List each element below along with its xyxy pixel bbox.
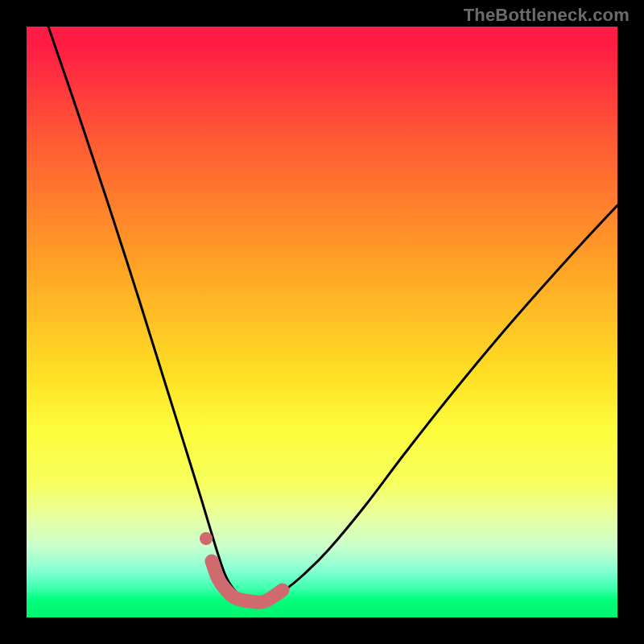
chart-svg	[27, 27, 617, 617]
watermark-text: TheBottleneck.com	[464, 5, 630, 26]
bottleneck-curve	[48, 27, 617, 603]
chart-plot-area	[27, 27, 617, 617]
optimal-dot	[200, 532, 213, 545]
